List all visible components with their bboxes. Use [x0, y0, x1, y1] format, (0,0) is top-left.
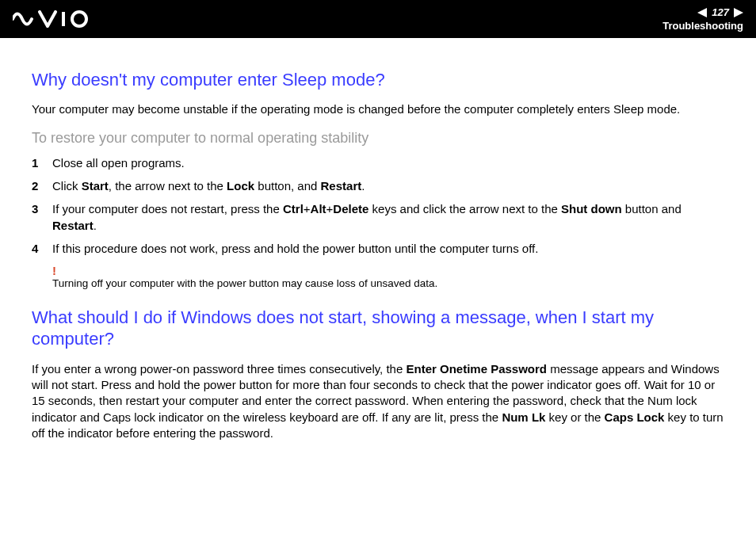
prev-page-arrow-icon[interactable]	[697, 8, 707, 17]
section2-para: If you enter a wrong power-on password t…	[32, 361, 724, 441]
svg-point-1	[72, 12, 86, 26]
step-4: If this procedure does not work, press a…	[32, 240, 724, 257]
section-label: Troubleshooting	[662, 20, 743, 32]
warning-text: Turning off your computer with the power…	[52, 277, 724, 291]
warning-icon: !	[52, 265, 724, 277]
step-1-text: Close all open programs.	[52, 156, 185, 170]
section1-title: Why doesn't my computer enter Sleep mode…	[32, 70, 724, 90]
svg-rect-0	[62, 12, 65, 26]
warning-block: ! Turning off your computer with the pow…	[52, 265, 724, 291]
section1-subtitle: To restore your computer to normal opera…	[32, 130, 724, 147]
step-2: Click Start, the arrow next to the Lock …	[32, 177, 724, 194]
page-nav: 127	[697, 6, 743, 18]
step-4-text: If this procedure does not work, press a…	[52, 242, 538, 255]
section1-intro: Your computer may become unstable if the…	[32, 101, 724, 117]
steps-list: Close all open programs. Click Start, th…	[32, 154, 724, 257]
step-1: Close all open programs.	[32, 154, 724, 171]
header-bar: 127 Troubleshooting	[0, 0, 756, 38]
header-right: 127 Troubleshooting	[662, 6, 743, 32]
next-page-arrow-icon[interactable]	[734, 8, 743, 17]
page-number: 127	[712, 6, 729, 18]
vaio-logo	[13, 10, 92, 28]
step-3: If your computer does not restart, press…	[32, 200, 724, 234]
section2-title: What should I do if Windows does not sta…	[32, 307, 724, 350]
content: Why doesn't my computer enter Sleep mode…	[0, 38, 756, 470]
